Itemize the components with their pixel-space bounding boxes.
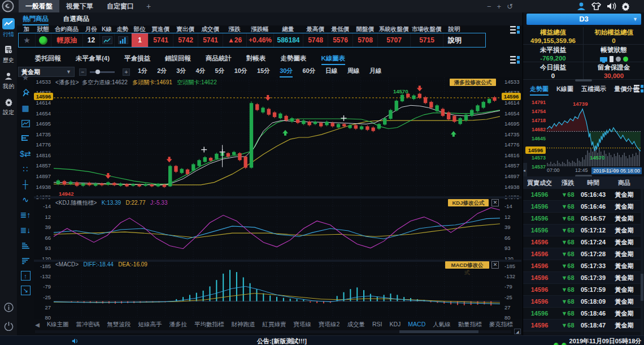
favorite-star-icon[interactable]: ★ <box>20 72 31 83</box>
quote-column-header[interactable]: 漲跌 <box>223 25 246 33</box>
indicator-expand-icon[interactable]: ◢ <box>514 329 521 334</box>
window-control-button[interactable]: − <box>487 2 491 11</box>
workspace-tab[interactable]: 平倉損益 <box>124 54 150 65</box>
quote-column-header[interactable]: 賣出價 <box>173 25 198 33</box>
trades-column-header[interactable]: 時間 <box>580 179 607 187</box>
indicator-scrollbar-thumb[interactable] <box>399 330 478 333</box>
trade-row[interactable]: 14596▼6805:17:12黃金期 <box>523 225 642 236</box>
market-tab[interactable]: 熱門商品 <box>23 12 49 25</box>
panel-resize-handle[interactable] <box>575 79 592 81</box>
grid-icon[interactable]: ▦ <box>20 103 31 113</box>
timeframe-tab[interactable]: 60分 <box>302 67 315 77</box>
add-tab-button[interactable]: + <box>141 0 156 12</box>
quote-column-header[interactable]: 最高價 <box>303 25 328 33</box>
timeframe-tab[interactable]: 月線 <box>369 67 382 77</box>
workspace-tab[interactable]: K線圖表 <box>321 54 346 65</box>
timeframe-tab[interactable]: 周線 <box>347 67 360 77</box>
timeframe-tab[interactable]: 5分 <box>215 67 225 77</box>
trades-scrollbar[interactable] <box>641 189 643 337</box>
trade-row[interactable]: 14596▼6805:16:57黃金期 <box>523 213 642 225</box>
intraday-mini-chart[interactable]: 14791147541471814682146451457314537 1459… <box>523 96 644 176</box>
indicator-item[interactable]: KDJ <box>389 321 401 329</box>
indicator-item[interactable]: RSI <box>372 321 382 329</box>
pandora-formula-button[interactable]: 潘多拉修改公式 <box>450 79 496 86</box>
market-tab[interactable]: 自選商品 <box>63 12 89 25</box>
workspace-tab[interactable]: 委托回報 <box>35 54 61 65</box>
workspace-menu-icon[interactable] <box>510 56 520 64</box>
timeframe-tab[interactable]: 2分 <box>157 67 167 77</box>
macd-formula-button[interactable]: MACD修改公式 <box>445 261 489 269</box>
indicator-item[interactable]: 財神跑道 <box>232 321 255 329</box>
indicator-item[interactable]: 無雙波段 <box>107 321 131 329</box>
quote-column-header[interactable]: K線 <box>99 25 114 33</box>
note-link[interactable]: 說明 <box>443 33 466 47</box>
gear-icon[interactable] <box>621 2 630 11</box>
kline-canvas[interactable] <box>54 77 500 318</box>
quote-column-header[interactable]: 漲跌幅 <box>246 25 273 33</box>
depth-icon[interactable] <box>20 240 31 251</box>
trade-row[interactable]: 14596▼6805:17:24黃金期 <box>523 236 642 248</box>
timeframe-tab[interactable]: 15分 <box>257 67 270 77</box>
quote-column-header[interactable]: 狀態 <box>35 25 51 33</box>
timeframe-tab[interactable]: 3分 <box>176 67 186 77</box>
quote-row[interactable]: ★ 輕原油 12 1 5741 5742 5741 ▲26 +0.46% 586… <box>18 33 486 48</box>
indicator-item[interactable]: 當冲密碼 <box>76 321 100 329</box>
quote-column-header[interactable]: 最低價 <box>328 25 353 33</box>
export-up-icon[interactable]: ↑ <box>21 271 31 281</box>
window-tab[interactable]: 視覺下單 <box>59 0 100 12</box>
indicator-item[interactable]: K線主圖 <box>47 321 69 329</box>
trade-row[interactable]: 14596▼6805:16:43黃金期 <box>523 189 642 201</box>
quote-column-header[interactable]: 部位 <box>131 25 148 33</box>
window-control-button[interactable]: + <box>497 2 502 11</box>
indicator-list-icon[interactable] <box>20 133 31 144</box>
window-tab[interactable]: 自定窗口 <box>100 0 141 12</box>
workspace-tab[interactable]: 走勢圖表 <box>281 54 307 65</box>
quote-column-header[interactable]: 系統收盤價 <box>377 25 410 33</box>
sidebar-item-我的[interactable]: 我的 <box>0 70 17 90</box>
trade-row[interactable]: 14596▼6805:18:46黃金期 <box>523 308 642 320</box>
zoom-slider[interactable] <box>90 71 115 73</box>
trade-row[interactable]: 14596▼6805:17:59黃金期 <box>523 284 642 296</box>
timeframe-tab[interactable]: 日線 <box>325 67 338 77</box>
shirt-icon[interactable] <box>591 2 602 11</box>
zoom-out-button[interactable]: − <box>79 68 86 76</box>
mini-chart-tab[interactable]: 走勢圖 <box>530 84 549 96</box>
kdj-close-icon[interactable]: ✕ <box>491 199 499 206</box>
trade-row[interactable]: 14596▼6805:18:47黃金期 <box>523 320 642 331</box>
quote-column-header[interactable]: 市場收盤價 <box>410 25 443 33</box>
kdj-formula-button[interactable]: KDJ修改公式 <box>448 199 489 206</box>
workspace-tab[interactable]: 未平倉單(4) <box>76 54 110 65</box>
quote-column-header[interactable]: 加 <box>18 25 35 33</box>
indicator-item[interactable]: 成交量 <box>347 321 365 329</box>
kline-mini-icon[interactable] <box>102 36 112 44</box>
trades-scrollbar-thumb[interactable] <box>641 274 643 301</box>
trades-column-header[interactable]: 漲跌 <box>556 179 580 187</box>
indicator-item[interactable]: 人氣線 <box>433 321 451 329</box>
quote-column-header[interactable]: 開盤價 <box>353 25 377 33</box>
workspace-tab[interactable]: 商品統計 <box>206 54 232 65</box>
sidebar-item-設定[interactable]: 設定 <box>0 96 17 117</box>
trade-row[interactable]: 14596▼6805:17:28黃金期 <box>523 248 642 260</box>
quote-column-header[interactable]: 說明 <box>443 25 465 33</box>
indicator-item[interactable]: 平均數指標 <box>194 321 224 329</box>
sort-down-icon[interactable]: ≣↓ <box>20 225 31 235</box>
announcement-speaker-icon[interactable] <box>71 338 79 344</box>
indicator-item[interactable]: 麥克指標 <box>489 321 513 329</box>
indicator-item[interactable]: 短線高手 <box>138 321 162 329</box>
quote-columns-menu-icon[interactable] <box>510 26 520 34</box>
trades-column-header[interactable]: 買賣成交 <box>523 179 556 187</box>
matrix-icon[interactable]: ∷ <box>20 164 31 174</box>
account-select[interactable]: D3▼ <box>526 14 641 25</box>
mini-tabs-menu-icon[interactable] <box>634 85 643 93</box>
timeframe-tab[interactable]: 4分 <box>195 67 205 77</box>
trade-row[interactable]: 14596▼6805:16:46黃金期 <box>523 201 642 213</box>
info-icon[interactable] <box>4 303 14 312</box>
indicator-item[interactable]: 寶塔線 <box>294 321 312 329</box>
sidebar-item-歷史[interactable]: 歷史 <box>0 44 17 64</box>
chart-icon[interactable] <box>20 118 31 128</box>
window-tab[interactable]: 一般看盤 <box>19 0 59 12</box>
export-down-icon[interactable]: ↘ <box>21 286 31 295</box>
mini-chart-tab[interactable]: 五檔揭示 <box>581 84 606 96</box>
indicator-scrollbar[interactable] <box>35 330 511 333</box>
quote-column-header[interactable]: 成交價 <box>198 25 223 33</box>
